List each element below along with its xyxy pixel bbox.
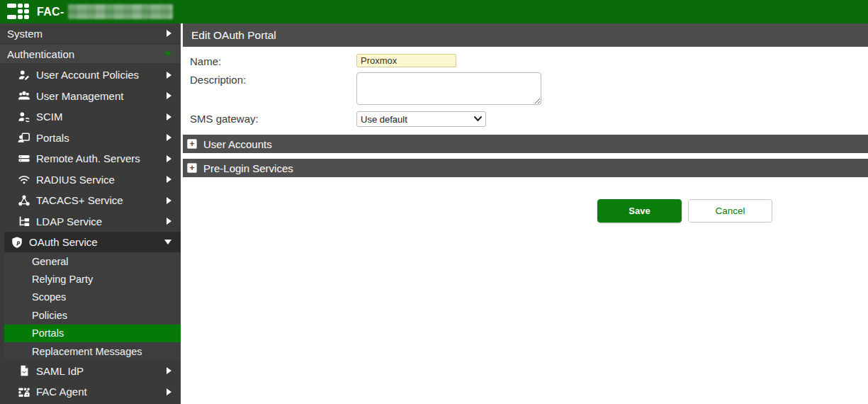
- chevron-right-icon: [167, 113, 171, 120]
- sidebar-item-system[interactable]: System: [0, 23, 181, 44]
- sidebar-item-label: Replacement Messages: [32, 346, 142, 357]
- fac-agent-icon: [17, 385, 30, 398]
- section-label: User Accounts: [203, 138, 272, 150]
- users-icon: [17, 89, 30, 103]
- name-label: Name:: [190, 54, 356, 67]
- chevron-down-icon: [164, 240, 171, 245]
- sidebar-item-label: Portals: [36, 132, 69, 144]
- tree-hierarchy-icon: [17, 215, 30, 228]
- sidebar: System Authentication User Account Polic…: [0, 23, 181, 404]
- expand-plus-icon[interactable]: +: [187, 139, 197, 149]
- sidebar-item-label: System: [7, 28, 43, 40]
- sidebar-item-fac-agent[interactable]: FAC Agent: [0, 381, 181, 403]
- sidebar-item-ldap-service[interactable]: LDAP Service: [0, 211, 181, 232]
- section-pre-login-services[interactable]: + Pre-Login Services: [183, 159, 868, 177]
- sidebar-item-label: Authentication: [7, 48, 74, 60]
- wifi-icon: [17, 173, 30, 186]
- sidebar-item-tacacs-service[interactable]: TACACS+ Service: [0, 190, 181, 211]
- sidebar-item-label: OAuth Service: [29, 236, 98, 248]
- sidebar-item-label: Remote Auth. Servers: [36, 152, 140, 164]
- chevron-right-icon: [167, 92, 171, 99]
- sidebar-item-scim[interactable]: SCIM: [0, 106, 181, 128]
- sidebar-item-label: User Management: [36, 90, 123, 102]
- page-title-bar: Edit OAuth Portal: [183, 23, 868, 47]
- sidebar-item-label: SAML IdP: [36, 365, 84, 377]
- sidebar-item-portals[interactable]: Portals: [0, 128, 181, 149]
- page-title: Edit OAuth Portal: [191, 29, 276, 42]
- sidebar-item-oauth-replacement-messages[interactable]: Replacement Messages: [4, 342, 181, 360]
- sidebar-item-radius-service[interactable]: RADIUS Service: [0, 169, 181, 191]
- sidebar-item-oauth-service[interactable]: OAuth Service: [4, 232, 181, 252]
- sidebar-item-oauth-portals[interactable]: Portals: [4, 325, 181, 342]
- description-textarea[interactable]: [356, 72, 541, 105]
- chevron-down-icon: [164, 52, 171, 57]
- network-nodes-icon: [17, 193, 30, 207]
- sidebar-item-label: User Account Policies: [36, 69, 139, 81]
- save-button[interactable]: Save: [597, 199, 682, 223]
- chevron-right-icon: [167, 72, 171, 79]
- oauth-portal-form: Name: Description: SMS gateway: Use defa…: [181, 54, 868, 127]
- sidebar-item-label: SCIM: [36, 111, 63, 123]
- cancel-button[interactable]: Cancel: [688, 199, 772, 223]
- sidebar-item-label: TACACS+ Service: [36, 194, 123, 206]
- chevron-right-icon: [167, 388, 171, 395]
- app-title: FAC-: [37, 6, 64, 18]
- document-icon: [17, 364, 30, 378]
- sidebar-item-label: FAC Agent: [36, 386, 87, 398]
- sidebar-item-oauth-policies[interactable]: Policies: [4, 306, 181, 324]
- user-sync-icon: [17, 110, 30, 123]
- sidebar-item-label: General: [32, 256, 69, 267]
- chevron-right-icon: [167, 218, 171, 225]
- sidebar-item-label: Relying Party: [32, 274, 93, 285]
- sidebar-item-user-account-policies[interactable]: User Account Policies: [0, 64, 181, 86]
- chevron-right-icon: [167, 367, 171, 374]
- name-input[interactable]: [356, 54, 456, 67]
- user-edit-icon: [17, 68, 30, 82]
- chevron-right-icon: [167, 197, 171, 204]
- servers-icon: [17, 152, 30, 165]
- sidebar-item-label: Policies: [32, 310, 67, 321]
- sidebar-item-remote-auth-servers[interactable]: Remote Auth. Servers: [0, 148, 181, 169]
- chevron-right-icon: [167, 176, 171, 183]
- sidebar-item-oauth-relying-party[interactable]: Relying Party: [4, 270, 181, 288]
- fortinet-logo: [7, 4, 30, 20]
- sidebar-item-label: LDAP Service: [36, 215, 102, 228]
- chevron-right-icon: [167, 30, 171, 37]
- hostname-redacted-blur: [68, 4, 173, 19]
- section-user-accounts[interactable]: + User Accounts: [183, 135, 868, 153]
- main-panel: Edit OAuth Portal Name: Description: SMS…: [181, 23, 868, 404]
- sidebar-item-label: Portals: [32, 327, 64, 339]
- sidebar-item-label: RADIUS Service: [36, 174, 115, 186]
- sidebar-item-label: Scopes: [32, 291, 66, 303]
- chevron-right-icon: [167, 155, 171, 162]
- user-window-icon: [17, 131, 30, 145]
- sms-gateway-select-wrap: Use default: [356, 111, 486, 127]
- form-actions: Save Cancel: [597, 199, 868, 223]
- sidebar-item-oauth-scopes[interactable]: Scopes: [4, 288, 181, 306]
- description-label: Description:: [190, 72, 356, 86]
- shield-key-icon: [10, 235, 23, 249]
- expand-plus-icon[interactable]: +: [187, 163, 197, 173]
- section-label: Pre-Login Services: [203, 162, 293, 174]
- titlebar: FAC-: [0, 0, 868, 23]
- sms-gateway-label: SMS gateway:: [190, 111, 356, 125]
- sidebar-item-user-management[interactable]: User Management: [0, 86, 181, 107]
- sms-gateway-select[interactable]: Use default: [356, 111, 486, 127]
- chevron-right-icon: [167, 134, 171, 141]
- sidebar-item-authentication[interactable]: Authentication: [0, 44, 181, 64]
- sidebar-item-saml-idp[interactable]: SAML IdP: [0, 360, 181, 381]
- sidebar-item-oauth-general[interactable]: General: [4, 252, 181, 270]
- oauth-service-group: OAuth Service General Relying Party Scop…: [4, 232, 181, 360]
